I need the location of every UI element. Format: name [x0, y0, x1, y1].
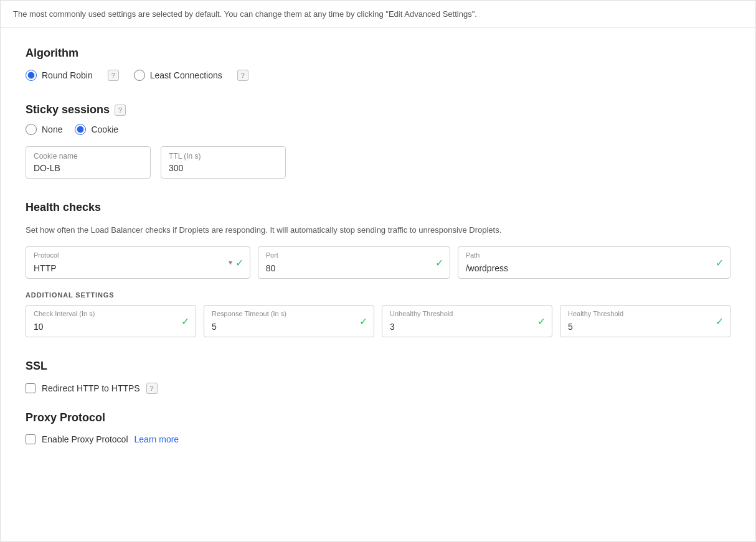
ttl-label: TTL (In s) [169, 152, 201, 161]
health-checks-title: Health checks [26, 201, 730, 214]
ttl-input[interactable] [169, 163, 278, 173]
none-radio[interactable] [26, 124, 37, 135]
port-check-icon: ✓ [435, 256, 443, 268]
enable-proxy-checkbox[interactable] [26, 434, 35, 444]
sticky-sessions-options: None Cookie [26, 124, 730, 135]
page-container: The most commonly used settings are sele… [0, 0, 756, 542]
cookie-fields: Cookie name TTL (In s) [26, 146, 730, 179]
round-robin-radio[interactable] [26, 70, 37, 81]
none-label: None [42, 124, 62, 134]
path-field[interactable]: Path /wordpress ✓ [458, 246, 730, 279]
protocol-dropdown-icon: ▾ [229, 258, 232, 267]
main-content: Algorithm Round Robin ? Least Connection… [1, 28, 755, 475]
enable-proxy-label: Enable Proxy Protocol [42, 434, 128, 444]
least-connections-label: Least Connections [150, 70, 222, 80]
unhealthy-threshold-value: 3 [390, 322, 395, 332]
proxy-protocol-section: Proxy Protocol Enable Proxy Protocol Lea… [26, 411, 730, 444]
unhealthy-threshold-label: Unhealthy Threshold [390, 310, 453, 317]
algorithm-title: Algorithm [26, 47, 730, 60]
protocol-check-icon: ✓ [235, 256, 243, 268]
cookie-name-label: Cookie name [34, 152, 78, 161]
ttl-field: TTL (In s) [161, 146, 286, 179]
cookie-name-field: Cookie name [26, 146, 151, 179]
redirect-https-label: Redirect HTTP to HTTPS [42, 383, 140, 393]
check-interval-value: 10 [34, 322, 44, 332]
check-interval-check-icon: ✓ [181, 315, 189, 327]
path-label: Path [466, 251, 480, 259]
healthy-threshold-field[interactable]: Healthy Threshold 5 ✓ [560, 305, 730, 337]
health-checks-desc: Set how often the Load Balancer checks i… [26, 224, 730, 236]
protocol-value: HTTP [34, 263, 57, 273]
sticky-sessions-help-icon[interactable]: ? [115, 105, 126, 116]
round-robin-help-icon[interactable]: ? [108, 70, 119, 81]
least-connections-radio[interactable] [134, 70, 145, 81]
ssl-section: SSL Redirect HTTP to HTTPS ? [26, 360, 730, 394]
response-timeout-check-icon: ✓ [359, 315, 367, 327]
health-check-fields: Protocol HTTP ▾ ✓ Port 80 ✓ Path /wordpr… [26, 246, 730, 279]
algorithm-section: Algorithm Round Robin ? Least Connection… [26, 47, 730, 81]
port-label: Port [266, 251, 278, 259]
path-value: /wordpress [466, 263, 508, 273]
top-notice: The most commonly used settings are sele… [1, 1, 755, 28]
protocol-label: Protocol [34, 251, 59, 259]
least-connections-help-icon[interactable]: ? [237, 70, 248, 81]
healthy-threshold-check-icon: ✓ [716, 315, 724, 327]
redirect-https-help-icon[interactable]: ? [146, 383, 158, 394]
round-robin-label: Round Robin [42, 70, 93, 80]
protocol-field[interactable]: Protocol HTTP ▾ ✓ [26, 246, 250, 279]
redirect-https-checkbox[interactable] [26, 383, 35, 393]
learn-more-link[interactable]: Learn more [135, 434, 179, 444]
algorithm-options: Round Robin ? Least Connections ? [26, 70, 730, 81]
health-checks-section: Health checks Set how often the Load Bal… [26, 201, 730, 337]
enable-proxy-row: Enable Proxy Protocol Learn more [26, 434, 730, 444]
path-check-icon: ✓ [716, 256, 724, 268]
additional-settings-label: ADDITIONAL SETTINGS [26, 291, 730, 299]
round-robin-option[interactable]: Round Robin [26, 70, 93, 81]
additional-settings-fields: Check Interval (In s) 10 ✓ Response Time… [26, 305, 730, 337]
cookie-name-input[interactable] [34, 163, 143, 173]
proxy-protocol-title: Proxy Protocol [26, 411, 730, 424]
healthy-threshold-value: 5 [568, 322, 573, 332]
unhealthy-threshold-check-icon: ✓ [537, 315, 546, 327]
response-timeout-label: Response Timeout (In s) [212, 310, 286, 317]
response-timeout-value: 5 [212, 322, 217, 332]
least-connections-option[interactable]: Least Connections [134, 70, 222, 81]
top-notice-text: The most commonly used settings are sele… [13, 9, 477, 19]
sticky-sessions-title: Sticky sessions [26, 103, 110, 116]
check-interval-field[interactable]: Check Interval (In s) 10 ✓ [26, 305, 196, 337]
redirect-https-row: Redirect HTTP to HTTPS ? [26, 383, 730, 394]
cookie-label: Cookie [91, 124, 118, 134]
sticky-sessions-header: Sticky sessions ? [26, 103, 730, 116]
response-timeout-field[interactable]: Response Timeout (In s) 5 ✓ [204, 305, 374, 337]
none-option[interactable]: None [26, 124, 62, 135]
port-field[interactable]: Port 80 ✓ [258, 246, 450, 279]
healthy-threshold-label: Healthy Threshold [568, 310, 623, 317]
port-value: 80 [266, 263, 276, 273]
check-interval-label: Check Interval (In s) [34, 310, 95, 317]
cookie-option[interactable]: Cookie [75, 124, 118, 135]
sticky-sessions-section: Sticky sessions ? None Cookie Cookie nam… [26, 103, 730, 179]
cookie-radio[interactable] [75, 124, 86, 135]
unhealthy-threshold-field[interactable]: Unhealthy Threshold 3 ✓ [382, 305, 552, 337]
ssl-title: SSL [26, 360, 730, 373]
